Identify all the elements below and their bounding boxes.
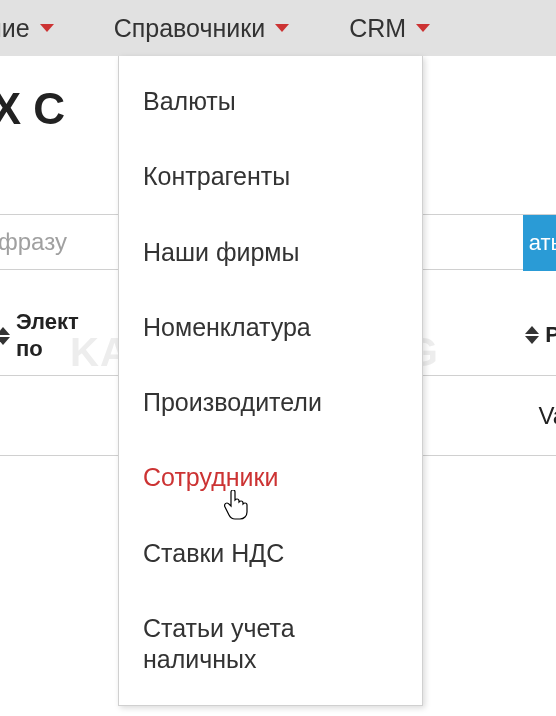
column-label: Р [545,322,556,348]
dropdown-item-our-firms[interactable]: Наши фирмы [119,215,422,290]
dropdown-item-cash-accounts[interactable]: Статьи учета наличных [119,591,422,698]
topbar-item-label: CRM [349,14,406,43]
dropdown-item-currencies[interactable]: Валюты [119,64,422,139]
dropdown-item-nomenclature[interactable]: Номенклатура [119,290,422,365]
table-cell: Va [538,402,556,430]
sort-icon [0,327,10,345]
dropdown-menu: Валюты Контрагенты Наши фирмы Номенклату… [118,56,423,706]
sort-icon [525,326,539,344]
topbar-item-label: ние [0,14,30,43]
topbar-item-1[interactable]: Справочники [98,0,305,56]
dropdown-item-manufacturers[interactable]: Производители [119,365,422,440]
topbar-item-0[interactable]: ние [0,0,70,56]
search-button[interactable]: ать [523,215,556,271]
top-menu-bar: ние Справочники CRM [0,0,556,56]
column-label: Элект по [16,309,79,362]
dropdown-item-employees[interactable]: Сотрудники [119,440,422,515]
column-header-1[interactable]: Р [519,322,556,348]
dropdown-item-counterparties[interactable]: Контрагенты [119,139,422,214]
caret-down-icon [275,24,289,32]
column-header-0[interactable]: Элект по [0,309,85,362]
caret-down-icon [40,24,54,32]
dropdown-item-vat-rates[interactable]: Ставки НДС [119,516,422,591]
topbar-item-label: Справочники [114,14,265,43]
topbar-item-2[interactable]: CRM [333,0,446,56]
caret-down-icon [416,24,430,32]
